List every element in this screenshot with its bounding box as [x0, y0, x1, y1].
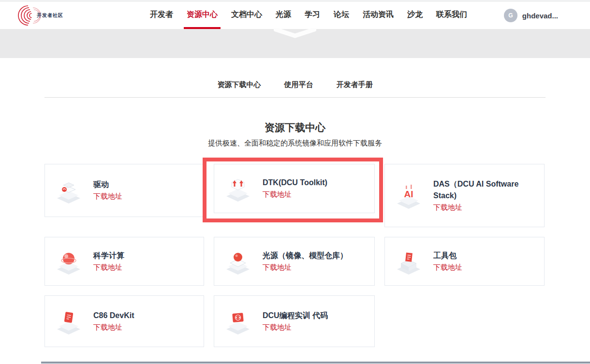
driver-icon — [55, 176, 83, 204]
card-title: 光源（镜像、模型仓库） — [263, 250, 348, 262]
card-dtk[interactable]: DTK(DCU Toolkit) 下载地址 — [214, 164, 375, 213]
nav-item-developer[interactable]: 开发者 — [147, 2, 176, 29]
scientific-computing-icon — [55, 248, 83, 276]
download-cards-grid: 驱动 下载地址 DTK(DCU Toolkit) 下载地址 — [44, 164, 546, 347]
download-link[interactable]: 下载地址 — [93, 262, 122, 273]
das-icon: AI — [395, 182, 423, 210]
download-link[interactable]: 下载地址 — [263, 321, 292, 333]
card-title: 工具包 — [433, 250, 462, 262]
card-title: 科学计算 — [93, 250, 124, 262]
download-link[interactable]: 下载地址 — [433, 202, 462, 213]
card-title: C86 DevKit — [93, 310, 134, 321]
resource-tabs-section: 资源下载中心 使用平台 开发者手册 — [0, 58, 590, 98]
download-link[interactable]: 下载地址 — [433, 262, 462, 273]
download-link[interactable]: 下载地址 — [263, 262, 292, 273]
dtk-icon — [224, 175, 252, 203]
banner-band — [0, 29, 590, 58]
svg-text:AI: AI — [404, 189, 413, 199]
card-dcu-training-code[interactable]: DCU编程实训 代码 下载地址 — [214, 295, 375, 347]
card-das[interactable]: AI DAS（DCU AI Software Stack) 下载地址 — [384, 164, 545, 227]
nav-item-forum[interactable]: 论坛 — [331, 2, 352, 29]
main-nav: 开发者 资源中心 文档中心 光源 学习 论坛 活动资讯 沙龙 联系我们 — [147, 2, 470, 29]
card-lightsource[interactable]: 光源（镜像、模型仓库） 下载地址 — [214, 237, 375, 286]
footer-top-bar — [41, 362, 590, 364]
resource-tabs: 资源下载中心 使用平台 开发者手册 — [44, 80, 546, 98]
nav-item-lightsource[interactable]: 光源 — [273, 2, 294, 29]
page-subtitle: 提供极速、全面和稳定的系统镜像和应用软件下载服务 — [0, 139, 590, 148]
nav-item-doc-center[interactable]: 文档中心 — [228, 2, 265, 29]
user-name: ghdevad... — [522, 12, 558, 20]
logo-text: 开发者社区 — [37, 12, 63, 19]
card-title: DTK(DCU Toolkit) — [263, 177, 327, 189]
card-title: DAS（DCU AI Software Stack) — [433, 178, 539, 202]
card-title: DCU编程实训 代码 — [263, 310, 328, 321]
tab-developer-manual[interactable]: 开发者手册 — [337, 80, 373, 89]
user-account[interactable]: G ghdevad... — [504, 9, 558, 22]
lightsource-icon — [224, 248, 252, 276]
c86-devkit-icon — [55, 307, 83, 335]
card-toolkit[interactable]: 工具包 下载地址 — [384, 237, 545, 286]
header: 开发者社区 开发者 资源中心 文档中心 光源 学习 论坛 活动资讯 沙龙 联系我… — [0, 2, 590, 29]
download-link[interactable]: 下载地址 — [93, 321, 122, 333]
dcu-code-icon — [224, 307, 252, 335]
user-avatar[interactable]: G — [504, 9, 517, 22]
tab-usage-platform[interactable]: 使用平台 — [284, 80, 313, 89]
card-scientific-computing[interactable]: 科学计算 下载地址 — [44, 237, 204, 286]
card-c86-devkit[interactable]: C86 DevKit 下载地址 — [44, 295, 204, 347]
nav-item-contact-us[interactable]: 联系我们 — [433, 2, 470, 29]
hero: 资源下载中心 提供极速、全面和稳定的系统镜像和应用软件下载服务 — [0, 121, 590, 148]
nav-item-learning[interactable]: 学习 — [302, 2, 323, 29]
nav-item-activity-news[interactable]: 活动资讯 — [360, 2, 397, 29]
chevron-down-icon — [274, 28, 316, 39]
nav-item-salon[interactable]: 沙龙 — [404, 2, 426, 29]
card-title: 驱动 — [93, 179, 122, 190]
download-link[interactable]: 下载地址 — [263, 189, 292, 200]
page-title: 资源下载中心 — [0, 121, 590, 134]
card-driver[interactable]: 驱动 下载地址 — [44, 164, 204, 217]
download-link[interactable]: 下载地址 — [93, 190, 122, 202]
site-logo[interactable]: 开发者社区 — [16, 5, 74, 26]
toolkit-icon — [395, 248, 423, 276]
nav-item-resource-center[interactable]: 资源中心 — [184, 2, 221, 29]
tab-resource-download-center[interactable]: 资源下载中心 — [218, 80, 261, 89]
